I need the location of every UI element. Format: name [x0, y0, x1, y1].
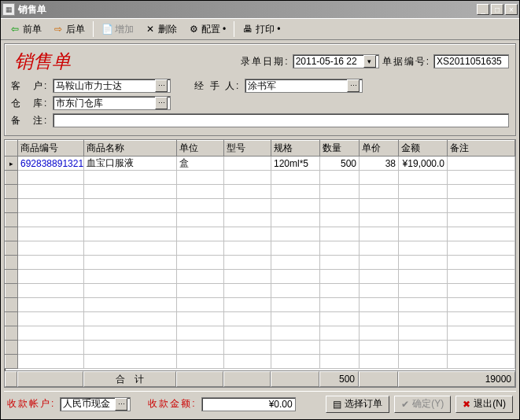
lookup-icon[interactable]: ⋯ [155, 97, 168, 109]
delete-button[interactable]: ✕删除 [139, 20, 183, 39]
account-input[interactable]: 人民币现金⋯ [60, 397, 131, 411]
table-row[interactable] [6, 185, 515, 199]
account-label: 收款帐户: [7, 397, 55, 411]
date-label: 录单日期: [241, 55, 289, 68]
customer-input[interactable]: 马鞍山市力士达⋯ [53, 79, 171, 93]
lookup-icon[interactable]: ⋯ [347, 79, 360, 92]
toolbar: ⇦前单 ⇨后单 📄增加 ✕删除 ⚙配置 • 🖶打印 • [1, 18, 519, 40]
total-qty: 500 [319, 371, 359, 387]
next-doc-button[interactable]: ⇨后单 [47, 20, 90, 39]
table-row[interactable] [6, 241, 515, 256]
delete-icon: ✕ [145, 24, 156, 35]
minimize-button[interactable]: _ [477, 4, 489, 15]
lookup-icon[interactable]: ⋯ [155, 79, 168, 92]
handler-label: 经 手 人: [194, 79, 240, 93]
table-row[interactable] [6, 284, 515, 298]
doc-title: 销售单 [11, 49, 71, 74]
remark-label: 备 注: [11, 114, 48, 127]
arrow-right-icon: ⇨ [53, 24, 64, 35]
items-grid[interactable]: 商品编号 商品名称 单位 型号 规格 数量 单价 金额 备注 ▸69283889… [4, 139, 516, 388]
table-row[interactable] [6, 326, 515, 341]
docno-input[interactable]: XS2011051635 [433, 54, 509, 68]
gear-icon: ⚙ [188, 24, 199, 35]
customer-label: 客 户: [11, 79, 48, 93]
table-row[interactable] [6, 171, 515, 185]
plus-icon: 📄 [101, 24, 112, 35]
chevron-down-icon: • [277, 24, 280, 35]
total-label: 合 计 [83, 371, 176, 387]
check-icon: ✔ [401, 399, 409, 410]
date-input[interactable]: 2011-05-16 22▾ [293, 54, 379, 68]
print-button[interactable]: 🖶打印 • [237, 20, 286, 39]
lookup-icon[interactable]: ⋯ [115, 398, 127, 411]
total-row: 合 计 500 19000 [5, 370, 515, 387]
row-indicator: ▸ [6, 157, 18, 171]
chevron-down-icon[interactable]: ▾ [363, 55, 376, 68]
docno-label: 单据编号: [382, 55, 430, 68]
table-row[interactable] [6, 312, 515, 326]
warehouse-input[interactable]: 市东门仓库⋯ [53, 96, 171, 110]
footer: 收款帐户: 人民币现金⋯ 收款金额: ¥0.00 ▤选择订单 ✔确定(Y) ✖退… [4, 391, 516, 416]
app-icon: ▦ [2, 3, 15, 16]
document-icon: ▤ [333, 399, 341, 410]
maximize-button[interactable]: □ [491, 4, 503, 15]
table-row[interactable] [6, 199, 515, 213]
table-row[interactable] [6, 213, 515, 227]
exit-button[interactable]: ✖退出(N) [455, 396, 513, 413]
arrow-left-icon: ⇦ [9, 24, 20, 35]
titlebar: ▦ 销售单 _ □ × [1, 1, 519, 18]
table-row[interactable] [6, 341, 515, 355]
close-icon: ✖ [463, 399, 470, 410]
amount-input[interactable]: ¥0.00 [201, 397, 296, 411]
config-button[interactable]: ⚙配置 • [183, 20, 231, 39]
table-row[interactable] [6, 227, 515, 241]
total-amount: 19000 [398, 371, 515, 387]
grid-header: 商品编号 商品名称 单位 型号 规格 数量 单价 金额 备注 [6, 141, 515, 157]
printer-icon: 🖶 [242, 24, 253, 35]
handler-input[interactable]: 涂书军⋯ [245, 79, 363, 93]
add-button[interactable]: 📄增加 [96, 20, 139, 39]
amount-label: 收款金额: [148, 397, 196, 411]
table-row[interactable] [6, 298, 515, 312]
header-panel: 销售单 录单日期: 2011-05-16 22▾ 单据编号: XS2011051… [4, 43, 516, 136]
confirm-button[interactable]: ✔确定(Y) [394, 396, 451, 413]
table-row[interactable] [6, 355, 515, 369]
warehouse-label: 仓 库: [11, 97, 48, 110]
window-title: 销售单 [18, 3, 477, 17]
table-row[interactable]: ▸6928388913214血宝口服液盒120ml*550038¥19,000.… [6, 157, 515, 171]
chevron-down-icon: • [223, 24, 226, 35]
close-button[interactable]: × [505, 4, 518, 15]
table-row[interactable] [6, 270, 515, 284]
select-order-button[interactable]: ▤选择订单 [326, 396, 389, 413]
remark-input[interactable] [53, 113, 509, 127]
prev-doc-button[interactable]: ⇦前单 [4, 20, 47, 39]
table-row[interactable] [6, 256, 515, 270]
